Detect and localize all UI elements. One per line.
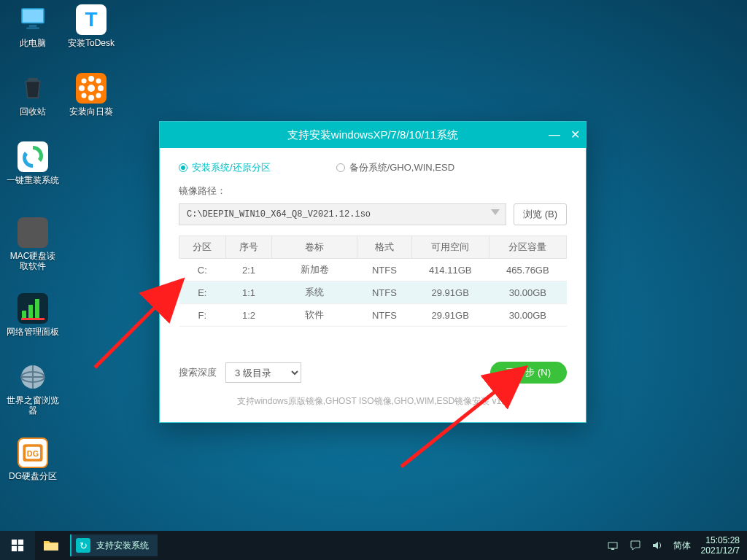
action-center-icon[interactable] (630, 540, 641, 551)
desktop-icon-label: 网络管理面板 (6, 327, 60, 337)
col-format: 格式 (357, 236, 411, 259)
desktop-icon-this-pc[interactable]: 此电脑 (6, 4, 60, 48)
svg-point-21 (82, 93, 87, 98)
start-button[interactable] (0, 531, 35, 560)
desktop-icon-net-panel[interactable]: 网络管理面板 (6, 293, 60, 337)
image-path-value: C:\DEEPIN_WIN10_X64_Q8_V2021.12.iso (187, 209, 371, 219)
reinstall-icon (18, 141, 48, 172)
desktop-icon-label: DG硬盘分区 (6, 471, 60, 481)
col-free: 可用空间 (411, 236, 489, 259)
table-row[interactable]: F: 1:2 软件 NTFS 29.91GB 30.00GB (179, 304, 567, 327)
network-icon[interactable] (608, 540, 619, 551)
apple-icon (18, 217, 48, 248)
svg-point-22 (96, 93, 101, 98)
partition-table: 分区 序号 卷标 格式 可用空间 分区容量 C: 2:1 新加卷 NTFS 41… (179, 236, 567, 327)
taskbar-task-installer[interactable]: ↻ 支持安装系统 (70, 534, 158, 556)
table-row[interactable]: E: 1:1 系统 NTFS 29.91GB 30.00GB (179, 281, 567, 304)
desktop-icon-label: 世界之窗浏览 器 (6, 395, 60, 416)
globe-icon (18, 362, 48, 392)
svg-text:DG: DG (27, 449, 39, 458)
chevron-down-icon (491, 209, 500, 215)
svg-rect-4 (28, 78, 38, 81)
volume-icon[interactable] (651, 540, 663, 551)
windows-icon (11, 539, 24, 552)
svg-point-14 (88, 85, 95, 92)
footer-hint: 支持windows原版镜像,GHOST ISO镜像,GHO,WIM,ESD镜像安… (179, 395, 567, 408)
window-titlebar[interactable]: 支持安装windowsXP/7/8/10/11系统 — ✕ (160, 122, 586, 148)
search-depth-select[interactable]: 3 级目录 (225, 362, 301, 383)
svg-point-15 (88, 76, 94, 82)
svg-point-19 (82, 79, 87, 84)
svg-point-17 (79, 85, 85, 91)
next-button[interactable]: 下一步 (N) (490, 362, 567, 384)
radio-on-icon (179, 163, 187, 172)
taskbar-clock[interactable]: 15:05:28 2021/12/7 (701, 535, 740, 556)
window-title: 支持安装windowsXP/7/8/10/11系统 (287, 128, 458, 142)
browse-button[interactable]: 浏览 (B) (514, 203, 567, 225)
col-partition: 分区 (179, 236, 226, 259)
desktop-icon-label: MAC硬盘读 取软件 (6, 251, 60, 271)
svg-rect-6 (28, 305, 33, 318)
clock-date: 2021/12/7 (701, 545, 740, 556)
desktop-icon-browser[interactable]: 世界之窗浏览 器 (6, 362, 60, 416)
desktop-icon-mac-read[interactable]: MAC硬盘读 取软件 (6, 217, 60, 271)
svg-rect-3 (26, 28, 39, 30)
bars-icon (18, 293, 48, 324)
task-label: 支持安装系统 (96, 540, 149, 552)
search-depth-label: 搜索深度 (179, 366, 217, 379)
ime-indicator[interactable]: 简体 (673, 540, 691, 552)
minimize-button[interactable]: — (549, 129, 560, 141)
desktop-icon-label: 回收站 (6, 106, 60, 117)
clock-time: 15:05:28 (701, 535, 740, 545)
trash-icon (18, 73, 48, 104)
col-size: 分区容量 (489, 236, 566, 259)
svg-rect-1 (23, 9, 43, 23)
table-row[interactable]: C: 2:1 新加卷 NTFS 414.11GB 465.76GB (179, 259, 567, 281)
svg-rect-27 (12, 546, 17, 551)
image-path-dropdown[interactable]: C:\DEEPIN_WIN10_X64_Q8_V2021.12.iso (179, 203, 506, 225)
taskbar-explorer[interactable] (35, 531, 67, 560)
desktop-icon-reinstall[interactable]: 一键重装系统 (6, 141, 60, 185)
desktop: 此电脑 回收站 一键重装系统 MAC硬盘读 取软件 网络管理面板 世界之窗浏览 … (0, 0, 747, 531)
svg-rect-31 (611, 548, 614, 550)
folder-icon (43, 539, 59, 552)
svg-rect-7 (35, 299, 39, 318)
monitor-icon (18, 4, 48, 35)
installer-window: 支持安装windowsXP/7/8/10/11系统 — ✕ 安装系统/还原分区 … (159, 121, 587, 423)
col-seq: 序号 (225, 236, 272, 259)
svg-rect-29 (44, 543, 58, 551)
desktop-icon-label: 一键重装系统 (6, 175, 60, 185)
svg-rect-8 (21, 318, 44, 320)
tab-label: 备份系统/GHO,WIN,ESD (349, 161, 454, 174)
app-icon: ↻ (76, 538, 90, 553)
sunflower-icon (76, 73, 107, 104)
desktop-icon-recycle-bin[interactable]: 回收站 (6, 73, 60, 117)
svg-rect-25 (12, 540, 17, 545)
system-tray: 简体 15:05:28 2021/12/7 (608, 535, 747, 556)
close-button[interactable]: ✕ (570, 129, 580, 141)
svg-rect-26 (18, 540, 23, 545)
desktop-icon-label: 此电脑 (6, 38, 60, 48)
tab-label: 安装系统/还原分区 (192, 161, 271, 174)
desktop-icon-label: 安装向日葵 (64, 106, 118, 117)
svg-rect-5 (22, 311, 26, 318)
svg-rect-30 (608, 542, 617, 548)
tab-backup[interactable]: 备份系统/GHO,WIN,ESD (336, 161, 454, 174)
col-volume: 卷标 (272, 236, 357, 259)
tab-install-restore[interactable]: 安装系统/还原分区 (179, 161, 271, 174)
svg-point-18 (98, 85, 104, 91)
desktop-icon-label: 安装ToDesk (64, 38, 118, 48)
image-path-label: 镜像路径： (179, 184, 567, 198)
svg-rect-28 (18, 546, 23, 551)
svg-point-20 (96, 79, 101, 84)
desktop-icon-sunflower[interactable]: 安装向日葵 (64, 73, 118, 117)
taskbar: ↻ 支持安装系统 简体 15:05:28 2021/12/7 (0, 531, 747, 560)
svg-point-16 (88, 95, 94, 101)
svg-rect-2 (29, 25, 37, 28)
todesk-icon: T (76, 4, 107, 35)
desktop-icon-dg-disk[interactable]: DG DG硬盘分区 (6, 438, 60, 481)
desktop-icon-todesk[interactable]: T 安装ToDesk (64, 4, 118, 48)
radio-off-icon (336, 163, 345, 172)
dg-icon: DG (18, 438, 48, 468)
